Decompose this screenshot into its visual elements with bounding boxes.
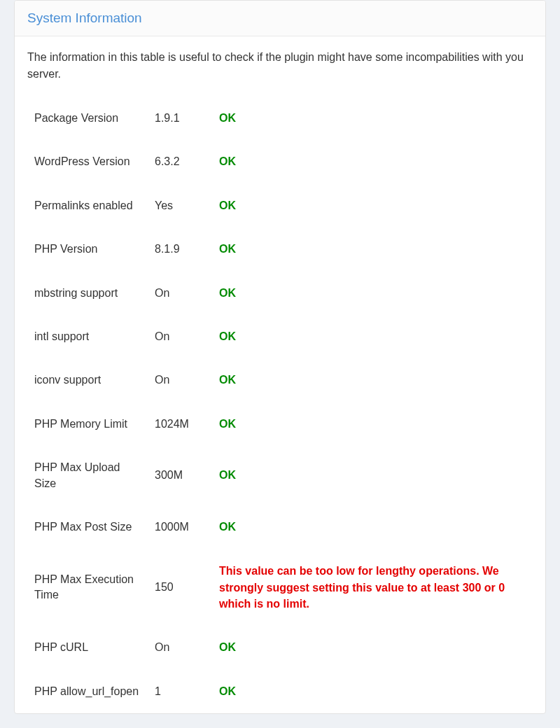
- status-warning-label: This value can be too low for lengthy op…: [219, 565, 505, 610]
- row-value: 1: [148, 670, 212, 713]
- panel-description: The information in this table is useful …: [27, 49, 533, 83]
- row-label: PHP Memory Limit: [27, 402, 148, 446]
- row-value: On: [148, 272, 212, 315]
- table-row: WordPress Version6.3.2OK: [27, 140, 533, 183]
- table-row: mbstring supportOnOK: [27, 272, 533, 315]
- table-row: PHP allow_url_fopen1OK: [27, 670, 533, 713]
- row-label: Permalinks enabled: [27, 184, 148, 227]
- row-label: PHP Version: [27, 227, 148, 271]
- status-ok-label: OK: [219, 243, 236, 255]
- row-value: 1000M: [148, 505, 212, 549]
- row-label: PHP Max Post Size: [27, 505, 148, 549]
- row-label: mbstring support: [27, 272, 148, 315]
- row-value: 150: [148, 549, 212, 626]
- panel-title: System Information: [27, 10, 533, 26]
- row-value: On: [148, 358, 212, 402]
- row-status: OK: [212, 227, 533, 271]
- row-value: 1024M: [148, 402, 212, 446]
- row-label: PHP Max Upload Size: [27, 446, 148, 505]
- row-value: Yes: [148, 184, 212, 227]
- panel-body: The information in this table is useful …: [15, 36, 545, 713]
- status-ok-label: OK: [219, 374, 236, 386]
- row-status: OK: [212, 446, 533, 505]
- row-status: OK: [212, 97, 533, 140]
- status-ok-label: OK: [219, 685, 236, 697]
- table-row: PHP Memory Limit1024MOK: [27, 402, 533, 446]
- row-label: Package Version: [27, 97, 148, 140]
- row-value: 6.3.2: [148, 140, 212, 183]
- system-information-panel: System Information The information in th…: [14, 0, 546, 714]
- row-label: iconv support: [27, 358, 148, 402]
- status-ok-label: OK: [219, 155, 236, 167]
- row-status: OK: [212, 505, 533, 549]
- table-row: PHP Max Execution Time150This value can …: [27, 549, 533, 626]
- row-status: OK: [212, 184, 533, 227]
- table-row: intl supportOnOK: [27, 315, 533, 358]
- status-ok-label: OK: [219, 641, 236, 653]
- row-value: 300M: [148, 446, 212, 505]
- table-row: PHP Max Post Size1000MOK: [27, 505, 533, 549]
- status-ok-label: OK: [219, 330, 236, 342]
- row-label: PHP allow_url_fopen: [27, 670, 148, 713]
- table-row: Permalinks enabledYesOK: [27, 184, 533, 227]
- table-row: PHP cURLOnOK: [27, 626, 533, 669]
- status-ok-label: OK: [219, 469, 236, 481]
- status-ok-label: OK: [219, 418, 236, 430]
- table-row: PHP Max Upload Size300MOK: [27, 446, 533, 505]
- row-label: PHP cURL: [27, 626, 148, 669]
- row-value: On: [148, 315, 212, 358]
- row-status: OK: [212, 402, 533, 446]
- status-ok-label: OK: [219, 112, 236, 124]
- status-ok-label: OK: [219, 200, 236, 211]
- table-row: PHP Version8.1.9OK: [27, 227, 533, 271]
- row-status: This value can be too low for lengthy op…: [212, 549, 533, 626]
- status-ok-label: OK: [219, 287, 236, 299]
- row-status: OK: [212, 358, 533, 402]
- row-value: On: [148, 626, 212, 669]
- row-value: 8.1.9: [148, 227, 212, 271]
- row-status: OK: [212, 670, 533, 713]
- row-status: OK: [212, 315, 533, 358]
- row-value: 1.9.1: [148, 97, 212, 140]
- row-label: intl support: [27, 315, 148, 358]
- row-status: OK: [212, 626, 533, 669]
- row-status: OK: [212, 272, 533, 315]
- row-status: OK: [212, 140, 533, 183]
- panel-header: System Information: [15, 1, 545, 36]
- row-label: PHP Max Execution Time: [27, 549, 148, 626]
- table-row: Package Version1.9.1OK: [27, 97, 533, 140]
- row-label: WordPress Version: [27, 140, 148, 183]
- status-ok-label: OK: [219, 521, 236, 533]
- table-row: iconv supportOnOK: [27, 358, 533, 402]
- system-info-table: Package Version1.9.1OKWordPress Version6…: [27, 97, 533, 713]
